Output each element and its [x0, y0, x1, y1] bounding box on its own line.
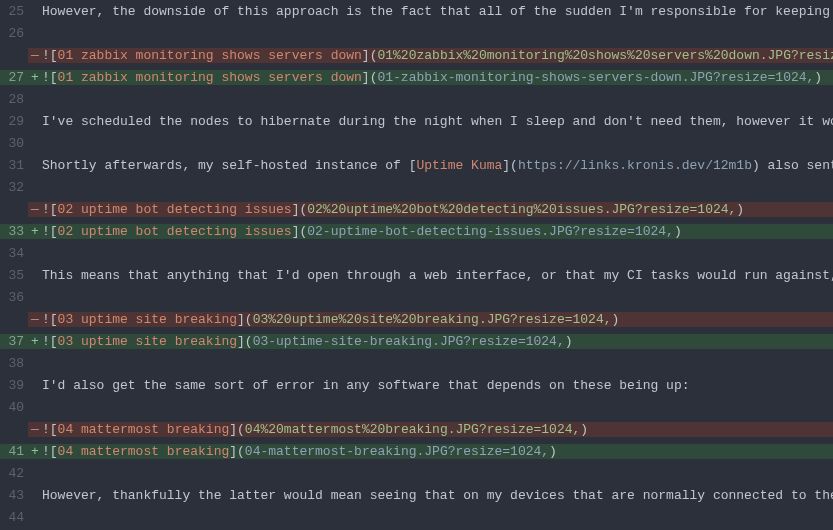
- line-content[interactable]: However, thankfully the latter would mea…: [42, 488, 833, 503]
- code-segment: 04-mattermost-breaking.JPG?resize=1024,: [245, 444, 549, 459]
- diff-marker: —: [28, 312, 42, 327]
- line-number: 36: [0, 290, 28, 305]
- code-segment: ): [612, 312, 620, 327]
- diff-marker: [28, 92, 42, 107]
- line-content[interactable]: ![04 mattermost breaking](04-mattermost-…: [42, 444, 833, 459]
- diff-marker: [28, 466, 42, 481]
- line-number: 34: [0, 246, 28, 261]
- diff-marker: —: [28, 422, 42, 437]
- line-content[interactable]: ![01 zabbix monitoring shows servers dow…: [42, 48, 833, 63]
- diff-marker: [28, 26, 42, 41]
- code-line[interactable]: 40: [0, 396, 833, 418]
- line-content[interactable]: ![04 mattermost breaking](04%20mattermos…: [42, 422, 833, 437]
- line-number: 39: [0, 378, 28, 393]
- line-number: 35: [0, 268, 28, 283]
- code-segment: This means that anything that I'd open t…: [42, 268, 833, 283]
- line-content[interactable]: ![02 uptime bot detecting issues](02-upt…: [42, 224, 833, 239]
- code-line[interactable]: 28: [0, 88, 833, 110]
- code-segment: 01-zabbix-monitoring-shows-servers-down.…: [377, 70, 814, 85]
- line-number: 37: [0, 334, 28, 349]
- code-line[interactable]: 25 However, the downside of this approac…: [0, 0, 833, 22]
- code-segment: 01%20zabbix%20monitoring%20shows%20serve…: [377, 48, 833, 63]
- line-content[interactable]: ![03 uptime site breaking](03-uptime-sit…: [42, 334, 833, 349]
- code-line[interactable]: 36: [0, 286, 833, 308]
- code-line[interactable]: 43 However, thankfully the latter would …: [0, 484, 833, 506]
- code-segment: 02 uptime bot detecting issues: [58, 202, 292, 217]
- code-line[interactable]: —![03 uptime site breaking](03%20uptime%…: [0, 308, 833, 330]
- code-segment: ](: [237, 334, 253, 349]
- line-number: 30: [0, 136, 28, 151]
- code-line[interactable]: —![04 mattermost breaking](04%20mattermo…: [0, 418, 833, 440]
- code-line[interactable]: 33+![02 uptime bot detecting issues](02-…: [0, 220, 833, 242]
- code-segment: ](: [237, 312, 253, 327]
- code-segment: ): [736, 202, 744, 217]
- code-line[interactable]: 39 I'd also get the same sort of error i…: [0, 374, 833, 396]
- code-segment: ![: [42, 444, 58, 459]
- diff-marker: [28, 246, 42, 261]
- code-segment: ](: [502, 158, 518, 173]
- code-segment: 03 uptime site breaking: [58, 312, 237, 327]
- diff-marker: [28, 268, 42, 283]
- diff-marker: [28, 488, 42, 503]
- code-segment: ) also sent me a warning to my c: [752, 158, 833, 173]
- line-content[interactable]: I'd also get the same sort of error in a…: [42, 378, 833, 393]
- line-number: 41: [0, 444, 28, 459]
- code-line[interactable]: 44: [0, 506, 833, 528]
- line-content[interactable]: However, the downside of this approach i…: [42, 4, 833, 19]
- code-line[interactable]: 32: [0, 176, 833, 198]
- code-line[interactable]: 37+![03 uptime site breaking](03-uptime-…: [0, 330, 833, 352]
- code-line[interactable]: 35 This means that anything that I'd ope…: [0, 264, 833, 286]
- line-content[interactable]: ![02 uptime bot detecting issues](02%20u…: [42, 202, 833, 217]
- code-segment: 04%20mattermost%20breaking.JPG?resize=10…: [245, 422, 580, 437]
- code-segment: However, thankfully the latter would mea…: [42, 488, 833, 503]
- code-segment: ![: [42, 70, 58, 85]
- line-number: 40: [0, 400, 28, 415]
- code-segment: ](: [229, 422, 245, 437]
- line-number: 38: [0, 356, 28, 371]
- line-number: 26: [0, 26, 28, 41]
- line-number: 31: [0, 158, 28, 173]
- code-segment: 04 mattermost breaking: [58, 444, 230, 459]
- code-segment: Shortly afterwards, my self-hosted insta…: [42, 158, 416, 173]
- code-line[interactable]: —![01 zabbix monitoring shows servers do…: [0, 44, 833, 66]
- diff-marker: [28, 4, 42, 19]
- diff-marker: +: [28, 334, 42, 349]
- code-segment: ![: [42, 202, 58, 217]
- code-line[interactable]: 34: [0, 242, 833, 264]
- code-segment: 04 mattermost breaking: [58, 422, 230, 437]
- line-content[interactable]: I've scheduled the nodes to hibernate du…: [42, 114, 833, 129]
- line-number: 42: [0, 466, 28, 481]
- line-content[interactable]: This means that anything that I'd open t…: [42, 268, 833, 283]
- code-line[interactable]: 42: [0, 462, 833, 484]
- code-line[interactable]: 27+![01 zabbix monitoring shows servers …: [0, 66, 833, 88]
- code-line[interactable]: 41+![04 mattermost breaking](04-mattermo…: [0, 440, 833, 462]
- code-segment: ![: [42, 312, 58, 327]
- line-content[interactable]: ![01 zabbix monitoring shows servers dow…: [42, 70, 833, 85]
- code-line[interactable]: 38: [0, 352, 833, 374]
- code-segment: ![: [42, 334, 58, 349]
- diff-marker: —: [28, 48, 42, 63]
- code-segment: ![: [42, 48, 58, 63]
- code-segment: ](: [292, 202, 308, 217]
- line-number: 43: [0, 488, 28, 503]
- line-content[interactable]: ![03 uptime site breaking](03%20uptime%2…: [42, 312, 833, 327]
- code-line[interactable]: 29 I've scheduled the nodes to hibernate…: [0, 110, 833, 132]
- diff-marker: [28, 136, 42, 151]
- code-segment: I've scheduled the nodes to hibernate du…: [42, 114, 833, 129]
- line-number: 25: [0, 4, 28, 19]
- code-segment: 01 zabbix monitoring shows servers down: [58, 48, 362, 63]
- code-segment: However, the downside of this approach i…: [42, 4, 833, 19]
- code-line[interactable]: —![02 uptime bot detecting issues](02%20…: [0, 198, 833, 220]
- line-number: 28: [0, 92, 28, 107]
- line-content[interactable]: Shortly afterwards, my self-hosted insta…: [42, 158, 833, 173]
- diff-editor[interactable]: 25 However, the downside of this approac…: [0, 0, 833, 530]
- code-segment: 02 uptime bot detecting issues: [58, 224, 292, 239]
- diff-marker: [28, 290, 42, 305]
- code-segment: 02-uptime-bot-detecting-issues.JPG?resiz…: [307, 224, 674, 239]
- code-line[interactable]: 31 Shortly afterwards, my self-hosted in…: [0, 154, 833, 176]
- line-number: 44: [0, 510, 28, 525]
- code-line[interactable]: 26: [0, 22, 833, 44]
- code-segment: ](: [229, 444, 245, 459]
- diff-marker: +: [28, 70, 42, 85]
- code-line[interactable]: 30: [0, 132, 833, 154]
